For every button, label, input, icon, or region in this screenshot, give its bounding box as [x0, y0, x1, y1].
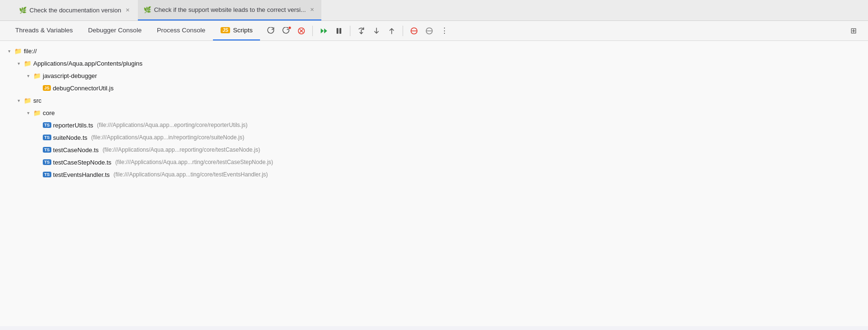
ts-file-badge: TS — [43, 172, 51, 177]
nav-tab-debugger[interactable]: Debugger Console — [80, 21, 149, 40]
tree-item-label: reporterUtils.ts — [53, 122, 94, 129]
tree-chevron: ▾ — [25, 110, 31, 116]
reload-button[interactable] — [264, 24, 278, 38]
more-actions-button[interactable]: ⋮ — [437, 24, 452, 38]
toolbar: Threads & VariablesDebugger ConsoleProce… — [0, 21, 868, 41]
step-out-button[interactable] — [385, 24, 399, 38]
svg-rect-6 — [339, 28, 341, 34]
breakpoints-button[interactable] — [407, 24, 421, 38]
tree-item-label: testEventsHandler.ts — [53, 171, 110, 178]
tree-chevron: ▾ — [6, 49, 12, 54]
breakpoints-off-button[interactable] — [422, 24, 436, 38]
tree-item-path: (file:///Applications/Aqua.app...eportin… — [97, 122, 248, 128]
svg-marker-3 — [321, 28, 324, 33]
tree-item-label: debugConnectorUtil.js — [53, 85, 114, 92]
step-over-button[interactable] — [354, 24, 368, 38]
folder-icon: 📁 — [14, 48, 22, 55]
tab-close-0[interactable]: ✕ — [124, 7, 131, 14]
tree-item-label: suiteNode.ts — [53, 134, 87, 141]
tree-item-label: src — [33, 97, 41, 104]
tree-item-label: javascript-debugger — [43, 72, 97, 79]
tree-item-path: (file:///Applications/Aqua.app...in/repo… — [91, 134, 244, 141]
folder-icon: 📁 — [33, 109, 41, 116]
pause-button[interactable] — [332, 24, 346, 38]
reload-warn-button[interactable] — [279, 24, 293, 38]
folder-icon: 📁 — [33, 72, 41, 79]
tree-item[interactable]: ▾📁javascript-debugger — [0, 69, 868, 82]
step-into-button[interactable] — [369, 24, 384, 38]
tree-item[interactable]: TSreporterUtils.ts(file:///Applications/… — [0, 119, 868, 131]
js-badge: JS — [221, 27, 230, 33]
toolbar-layout: ⊞ — [846, 24, 860, 38]
resume-button[interactable] — [317, 24, 331, 38]
nav-tab-label-process: Process Console — [157, 27, 205, 34]
svg-rect-5 — [337, 28, 338, 34]
ts-file-badge: TS — [43, 122, 51, 128]
layout-button[interactable]: ⊞ — [846, 24, 860, 38]
tree-item[interactable]: TSsuiteNode.ts(file:///Applications/Aqua… — [0, 131, 868, 144]
tree-item-path: (file:///Applications/Aqua.app...reporti… — [103, 146, 260, 153]
tab-label-0: Check the documentation version — [29, 7, 121, 14]
nav-tab-threads[interactable]: Threads & Variables — [8, 21, 80, 40]
tree-item[interactable]: ▾📁src — [0, 94, 868, 107]
folder-icon: 📁 — [24, 60, 31, 67]
folder-icon: 📁 — [24, 97, 31, 104]
title-tab-tab1[interactable]: 🌿 Check the documentation version ✕ — [13, 0, 137, 20]
nav-tab-label-debugger: Debugger Console — [88, 27, 142, 34]
tab-icon-1: 🌿 — [144, 6, 151, 13]
tree-item[interactable]: TStestCaseStepNode.ts(file:///Applicatio… — [0, 156, 868, 168]
tab-group: 🌿 Check the documentation version ✕ 🌿 Ch… — [13, 0, 857, 20]
tab-close-1[interactable]: ✕ — [309, 6, 316, 13]
tab-icon-0: 🌿 — [19, 7, 27, 14]
svg-marker-4 — [324, 28, 327, 33]
ts-file-badge: TS — [43, 135, 51, 140]
tree-item-label: file:// — [24, 48, 37, 55]
tree-item[interactable]: TStestEventsHandler.ts(file:///Applicati… — [0, 168, 868, 181]
toolbar-sep-3 — [403, 26, 403, 36]
tab-label-1: Check if the support website leads to th… — [154, 6, 306, 13]
nav-tab-label-scripts: Scripts — [233, 27, 252, 34]
tree-item[interactable]: TStestCaseNode.ts(file:///Applications/A… — [0, 144, 868, 156]
tree-chevron: ▾ — [15, 98, 22, 103]
title-bar: 🌿 Check the documentation version ✕ 🌿 Ch… — [0, 0, 868, 21]
tree-item[interactable]: ▾📁core — [0, 107, 868, 119]
toolbar-actions: ⋮ — [264, 24, 452, 38]
nav-tabs: Threads & VariablesDebugger ConsoleProce… — [8, 21, 260, 40]
nav-tab-scripts[interactable]: JSScripts — [213, 21, 260, 40]
ts-file-badge: TS — [43, 159, 51, 165]
tree-item[interactable]: ▾📁file:// — [0, 45, 868, 57]
tree-chevron: ▾ — [15, 61, 22, 66]
tree-item-path: (file:///Applications/Aqua.app...rting/c… — [115, 159, 273, 165]
stop-button[interactable] — [294, 24, 309, 38]
nav-tab-label-threads: Threads & Variables — [15, 27, 73, 34]
tree-chevron: ▾ — [25, 73, 31, 78]
tree-item[interactable]: ▾📁Applications/Aqua.app/Contents/plugins — [0, 57, 868, 69]
tree-item-label: testCaseStepNode.ts — [53, 159, 112, 166]
nav-tab-process[interactable]: Process Console — [149, 21, 213, 40]
ts-file-badge: TS — [43, 147, 51, 153]
title-tab-tab2[interactable]: 🌿 Check if the support website leads to … — [138, 0, 321, 20]
tree-item-label: core — [43, 109, 55, 116]
tree-item-path: (file:///Applications/Aqua.app...ting/co… — [114, 171, 268, 178]
tree-item[interactable]: JSdebugConnectorUtil.js — [0, 82, 868, 94]
toolbar-sep-2 — [350, 26, 350, 36]
toolbar-sep-1 — [312, 26, 313, 36]
tree-item-label: Applications/Aqua.app/Contents/plugins — [33, 60, 143, 67]
file-tree: ▾📁file://▾📁Applications/Aqua.app/Content… — [0, 41, 868, 326]
tree-item-label: testCaseNode.ts — [53, 146, 99, 154]
warn-dot — [288, 26, 291, 29]
js-file-badge: JS — [43, 85, 51, 91]
